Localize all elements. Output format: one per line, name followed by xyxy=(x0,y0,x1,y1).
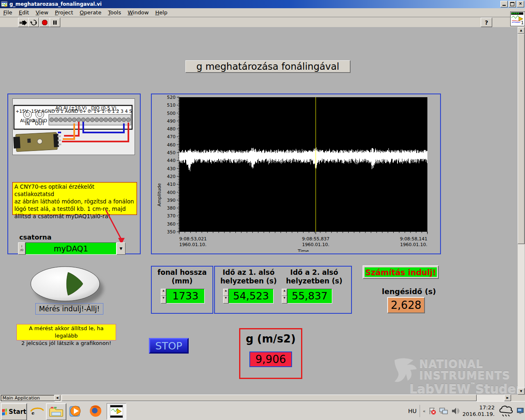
measure-toggle-button[interactable] xyxy=(25,261,107,310)
svg-text:1960.01.10.: 1960.01.10. xyxy=(400,242,427,247)
taskbar-labview-icon[interactable] xyxy=(107,403,126,420)
tray-time: 17:22 xyxy=(479,404,495,411)
status-bar: Main Application Instance ◀ ▶ xyxy=(0,395,525,401)
window-title: g_meghatarozasa_fonalingaval.vi xyxy=(9,1,102,7)
window-titlebar: g_meghatarozasa_fonalingaval.vi × xyxy=(0,0,525,8)
horizontal-scrollbar-thumb[interactable] xyxy=(62,395,477,401)
run-button[interactable] xyxy=(18,18,29,27)
svg-text:1: 1 xyxy=(521,20,524,25)
svg-text:350: 350 xyxy=(167,229,176,235)
app-instance-selector[interactable]: Main Application Instance xyxy=(1,395,55,401)
svg-text:9:08:58,141: 9:08:58,141 xyxy=(400,236,427,242)
svg-text:420: 420 xyxy=(167,174,176,179)
svg-text:390: 390 xyxy=(167,198,176,203)
system-tray: HU « 17:22 2016.01.19. xyxy=(408,402,524,420)
svg-text:380: 380 xyxy=(167,205,176,211)
menu-project[interactable]: Project xyxy=(52,9,77,16)
minimize-button[interactable] xyxy=(500,1,508,7)
g-value: 9,906 xyxy=(249,352,292,367)
ido1-value[interactable]: 54,523 xyxy=(228,289,274,304)
restore-button[interactable] xyxy=(509,1,516,7)
taskbar-explorer-icon[interactable] xyxy=(46,403,66,420)
toolbar: ? xyxy=(0,17,525,27)
szamitas-button[interactable]: Számítás indulj! xyxy=(363,265,439,279)
measure-button-label: Mérés indulj!-Állj! xyxy=(35,303,103,315)
stop-note: A mérést akkor állítsd le, ha legalább 2… xyxy=(16,324,116,340)
menu-tools[interactable]: Tools xyxy=(105,9,124,16)
taskbar-ie-icon[interactable]: e xyxy=(29,403,45,419)
channel-value[interactable]: myDAQ1 xyxy=(25,242,116,255)
ido2-label: Idő a 2. alsó helyzetben (s) xyxy=(281,268,347,285)
waveform-chart-svg: 5205105004904804704604504404304204104003… xyxy=(152,94,438,252)
pointer-arrow xyxy=(94,209,127,246)
tray-date: 2016.01.19. xyxy=(462,411,495,417)
panel-title: g meghatározása fonálingával xyxy=(185,60,350,73)
menu-file[interactable]: File xyxy=(0,9,16,16)
svg-text:370: 370 xyxy=(167,213,176,219)
waveform-chart[interactable]: 5205105004904804704604504404304204104003… xyxy=(151,94,441,254)
ido2-spinner[interactable]: ▲▼ xyxy=(282,289,287,304)
horizontal-scrollbar[interactable]: ▶ xyxy=(62,395,511,401)
menu-window[interactable]: Window xyxy=(124,9,152,16)
clock[interactable]: 17:22 2016.01.19. xyxy=(462,404,495,418)
menu-operate[interactable]: Operate xyxy=(76,9,105,16)
times-group-box: Idő az 1. alsó helyzetben (s) Idő a 2. a… xyxy=(214,266,352,314)
fonal-spinner[interactable]: ▲▼ xyxy=(161,289,166,304)
svg-text:470: 470 xyxy=(167,134,176,139)
display-settings-icon[interactable] xyxy=(517,407,524,415)
svg-text:500: 500 xyxy=(167,111,176,116)
stop-button[interactable]: STOP xyxy=(149,338,189,354)
abort-button[interactable] xyxy=(39,18,50,27)
context-help-button[interactable]: ? xyxy=(481,18,492,27)
watermark-line2: INSTRUMENTS xyxy=(419,369,510,381)
instance-arrow-icon[interactable]: ◀ xyxy=(54,395,60,401)
svg-text:Amplitude: Amplitude xyxy=(157,183,162,207)
channel-selector[interactable]: I/O myDAQ1 ▼ xyxy=(18,242,126,255)
close-button[interactable]: × xyxy=(517,1,524,7)
scroll-down-icon[interactable]: ▼ xyxy=(518,388,525,395)
channel-label: csatorna xyxy=(19,233,52,241)
vi-icon[interactable]: 1 xyxy=(510,11,525,26)
svg-text:460: 460 xyxy=(167,142,176,148)
scroll-up-icon[interactable]: ▲ xyxy=(518,27,525,34)
menu-view[interactable]: View xyxy=(32,9,52,16)
network-icon[interactable] xyxy=(439,407,448,415)
svg-text:1960.01.10.: 1960.01.10. xyxy=(302,242,329,247)
watermark-line1: NATIONAL xyxy=(419,358,483,370)
menu-help[interactable]: Help xyxy=(152,9,171,16)
start-button[interactable]: Start xyxy=(1,403,27,420)
svg-text:1960.01.10.: 1960.01.10. xyxy=(179,242,206,247)
tray-chevron-icon[interactable]: « xyxy=(423,409,426,414)
dropdown-arrow-icon[interactable]: ▼ xyxy=(116,242,126,255)
pause-button[interactable] xyxy=(50,18,60,27)
screen: g_meghatarozasa_fonalingaval.vi × File E… xyxy=(0,0,525,420)
g-result-box: g (m/s2) 9,906 xyxy=(239,328,302,379)
weather-icon[interactable] xyxy=(498,404,514,418)
menu-bar: File Edit View Project Operate Tools Win… xyxy=(0,8,525,17)
fonal-value[interactable]: 1733 xyxy=(166,289,205,304)
scroll-right-icon[interactable]: ▶ xyxy=(504,395,511,401)
vertical-scrollbar-thumb[interactable] xyxy=(518,34,525,244)
front-panel: g meghatározása fonálingával AUDIOIN AUD… xyxy=(0,27,518,395)
ido2-value[interactable]: 55,837 xyxy=(287,289,332,304)
menu-edit[interactable]: Edit xyxy=(16,9,32,16)
lengesido-label: lengésidő (s) xyxy=(375,287,443,296)
svg-text:e: e xyxy=(32,411,34,416)
taskbar-firefox-icon[interactable] xyxy=(87,403,104,419)
vertical-scrollbar[interactable]: ▲ ▼ xyxy=(518,27,525,395)
svg-text:520: 520 xyxy=(167,95,176,100)
svg-text:410: 410 xyxy=(167,182,176,187)
taskbar-mediaplayer-icon[interactable] xyxy=(67,403,84,419)
svg-text:IN: IN xyxy=(25,121,30,126)
run-continuously-button[interactable] xyxy=(28,18,39,27)
svg-text:510: 510 xyxy=(167,103,176,108)
svg-text:+15V -15V AGND 0 1 AGND 0+ 0-: +15V -15V AGND 0 1 AGND 0+ 0- 1+ 1- 0 1 … xyxy=(16,109,134,114)
setup-group-box: AUDIOIN AUDIOOUT AO AI (±10 V) DIO (0-5 … xyxy=(7,94,141,254)
svg-text:480: 480 xyxy=(167,126,176,132)
volume-icon[interactable] xyxy=(451,407,459,415)
io-glyph: I/O xyxy=(18,242,25,255)
ido1-spinner[interactable]: ▲▼ xyxy=(223,289,228,304)
language-indicator[interactable]: HU xyxy=(408,408,417,414)
security-alert-icon[interactable] xyxy=(428,407,436,415)
taskbar: Start e HU « 17:22 2016.01.19. xyxy=(0,401,525,420)
